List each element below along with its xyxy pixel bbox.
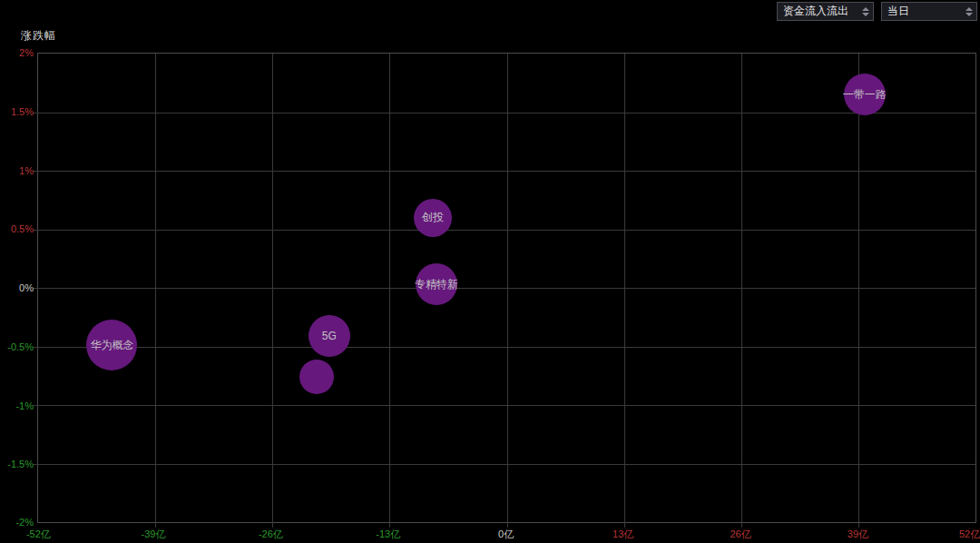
bubble-label: 华为概念 <box>90 338 133 353</box>
y-tick-label: -1% <box>0 400 34 411</box>
plot-area: 华为概念5G创投专精特新一带一路 <box>37 53 976 523</box>
x-tick-label: -52亿 <box>26 528 51 541</box>
gridline-vertical <box>155 54 156 528</box>
y-tick-label: -2% <box>0 517 34 528</box>
toolbar: 资金流入流出 当日 <box>0 0 980 24</box>
bubble-华为概念[interactable]: 华为概念 <box>86 320 137 370</box>
bubble-5G[interactable]: 5G <box>309 315 350 357</box>
x-tick-label: -13亿 <box>376 528 400 541</box>
gridline-horizontal <box>33 347 975 348</box>
bubble-label: 创投 <box>422 210 444 225</box>
period-dropdown[interactable]: 当日 <box>881 2 977 21</box>
bubble-创投[interactable]: 创投 <box>414 199 452 237</box>
y-tick-label: -0.5% <box>0 341 34 352</box>
updown-chevron-icon <box>862 7 869 16</box>
gridline-horizontal <box>33 405 975 406</box>
gridline-vertical <box>272 54 273 528</box>
y-axis-labels: 2%1.5%1%0.5%0%-0.5%-1%-1.5%-2% <box>0 53 34 523</box>
bubble-一带一路[interactable]: 一带一路 <box>844 74 886 115</box>
x-tick-label: 26亿 <box>730 528 750 541</box>
x-tick-label: 0亿 <box>498 528 514 541</box>
gridline-vertical <box>507 54 508 528</box>
bubble-label: 专精特新 <box>415 277 458 292</box>
period-dropdown-label: 当日 <box>887 4 964 19</box>
y-tick-label: 0.5% <box>0 223 34 234</box>
y-tick-label: 1.5% <box>0 106 34 117</box>
x-axis-labels: -52亿-39亿-26亿-13亿0亿13亿26亿39亿52亿 <box>37 527 976 541</box>
y-tick-label: 0% <box>0 282 34 293</box>
y-tick-label: 1% <box>0 165 34 176</box>
bubble-unlabeled[interactable] <box>299 360 334 394</box>
gridline-vertical <box>389 54 390 528</box>
updown-chevron-icon <box>965 7 973 16</box>
gridline-vertical <box>624 54 625 528</box>
y-tick-label: 2% <box>0 47 34 58</box>
gridline-horizontal <box>33 171 975 172</box>
x-tick-label: -26亿 <box>259 528 283 541</box>
gridline-horizontal <box>33 464 975 465</box>
gridline-vertical <box>858 54 859 528</box>
bubble-专精特新[interactable]: 专精特新 <box>416 263 457 305</box>
x-tick-label: -39亿 <box>142 528 166 541</box>
gridline-horizontal <box>33 230 975 231</box>
metric-dropdown-label: 资金流入流出 <box>783 4 860 19</box>
bubble-label: 5G <box>322 330 337 342</box>
bubble-label: 一带一路 <box>843 87 887 103</box>
y-axis-title: 涨跌幅 <box>21 28 56 44</box>
gridline-horizontal <box>33 288 975 289</box>
x-tick-label: 13亿 <box>612 528 633 541</box>
metric-dropdown[interactable]: 资金流入流出 <box>777 2 874 21</box>
x-tick-label: 39亿 <box>848 528 868 541</box>
gridline-vertical <box>741 54 742 528</box>
y-tick-label: -1.5% <box>0 459 34 469</box>
x-tick-label: 52亿 <box>959 528 980 541</box>
gridline-horizontal <box>33 113 975 114</box>
